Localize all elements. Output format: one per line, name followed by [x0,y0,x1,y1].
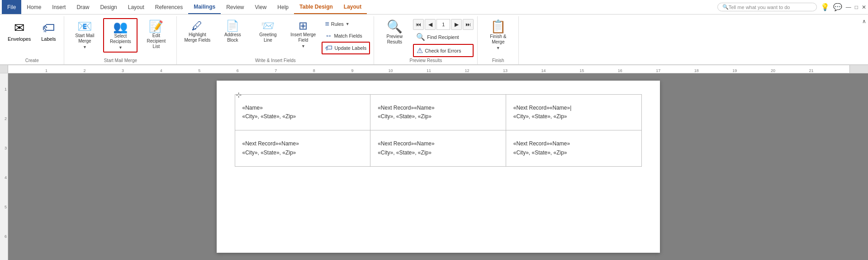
nav-next-button[interactable]: ▶ [451,19,462,30]
insert-merge-label: Insert Merge Field [289,32,317,43]
address-block-icon: 📄 [226,20,239,31]
cell-r2c2[interactable]: «Next Record»«Name» «City», «State», «Zi… [370,130,506,166]
r1c2-line1: «Next Record»«Name» [378,105,434,111]
ruler-tick-17: 17 [656,68,660,73]
address-block-button[interactable]: 📄 Address Block [216,18,249,45]
labels-button[interactable]: 🏷 Labels [37,18,60,44]
group-write-label: Write & Insert Fields [180,57,370,64]
move-cursor-icon[interactable]: ⊹ [236,91,242,99]
v-tick-2: 2 [5,116,7,121]
edit-recipient-list-button[interactable]: 📝 Edit Recipient List [139,18,173,52]
maximize-icon[interactable]: □ [855,4,858,10]
address-block-label: Address Block [219,32,246,43]
group-write-insert: 🖊 Highlight Merge Fields 📄 Address Block… [177,16,374,64]
highlight-icon: 🖊 [192,20,203,31]
tab-insert[interactable]: Insert [47,0,71,14]
doc-area: 1 2 3 4 5 6 ⊹ «Name» «City», «State», «Z… [0,73,868,260]
preview-results-button[interactable]: 🔍 Preview Results [378,18,411,47]
group-finish: 📋 Finish & Merge ▼ Finish [478,16,519,64]
cell-r1c1[interactable]: «Name» «City», «State», «Zip» [235,95,370,130]
v-tick-4: 4 [5,175,7,180]
cell-r2c1-content: «Next Record»«Name» «City», «State», «Zi… [242,140,363,157]
highlight-label: Highlight Merge Fields [184,32,211,43]
start-mail-merge-button[interactable]: 📧 Start Mail Merge ▼ [68,18,101,52]
select-recipients-button[interactable]: 👥 Select Recipients ▼ [103,18,138,53]
nav-first-button[interactable]: ⏮ [413,19,424,30]
comment-icon[interactable]: 💬 [833,3,842,11]
ruler: 123456789101112131415161718192021 [0,65,868,73]
check-for-errors-button[interactable]: ⚠ Check for Errors [413,44,474,57]
minimize-icon[interactable]: — [846,4,851,10]
ruler-tick-15: 15 [579,68,584,73]
insert-merge-icon: ⊞ [299,20,308,31]
r2c2-line2: «City», «State», «Zip» [378,149,432,156]
lightbulb-icon[interactable]: 💡 [821,3,830,11]
cell-r2c1[interactable]: «Next Record»«Name» «City», «State», «Zi… [235,130,370,166]
merge-fields-table: «Name» «City», «State», «Zip» «Next Reco… [235,94,642,167]
rules-dropdown-arrow: ▼ [346,22,350,26]
group-start-mail-merge: 📧 Start Mail Merge ▼ 👥 Select Recipients… [64,16,177,64]
cell-r1c2[interactable]: «Next Record»«Name» «City», «State», «Zi… [370,95,506,130]
ruler-tick-13: 13 [503,68,508,73]
ruler-body: 123456789101112131415161718192021 [8,65,850,73]
update-labels-button[interactable]: 🏷 Update Labels [322,42,370,54]
tab-layout[interactable]: Layout [123,0,150,14]
start-merge-icon: 📧 [77,20,92,32]
ruler-tick-4: 4 [160,68,162,73]
r2c1-line1: «Next Record»«Name» [242,140,299,147]
r2c2-line1: «Next Record»«Name» [378,140,434,147]
find-recipient-button[interactable]: 🔍 Find Recipient [413,31,474,43]
greeting-line-button[interactable]: 📨 Greeting Line [251,18,285,45]
tab-design[interactable]: Design [95,0,122,14]
ruler-tick-14: 14 [541,68,546,73]
close-icon[interactable]: ✕ [862,4,866,10]
tab-layout-right[interactable]: Layout [338,0,367,14]
search-box[interactable]: 🔍 Tell me what you want to do [717,3,817,11]
finish-merge-label: Finish & Merge [484,34,512,45]
match-fields-icon: ↔ [325,32,332,40]
finish-merge-button[interactable]: 📋 Finish & Merge ▼ [481,18,515,53]
cell-r2c3-content: «Next Record»«Name» «City», «State», «Zi… [513,140,634,157]
group-create: ✉ Envelopes 🏷 Labels Create [0,16,64,64]
tab-review[interactable]: Review [221,0,249,14]
match-fields-button[interactable]: ↔ Match Fields [322,30,370,42]
group-create-content: ✉ Envelopes 🏷 Labels [4,18,60,57]
left-vertical-ruler: 1 2 3 4 5 6 [0,73,8,260]
update-labels-icon: 🏷 [325,44,332,52]
labels-label: Labels [41,36,56,42]
ruler-tick-16: 16 [618,68,622,73]
tab-table-design[interactable]: Table Design [294,0,338,14]
ruler-tick-19: 19 [732,68,737,73]
tab-mailings[interactable]: Mailings [188,0,221,14]
finish-merge-icon: 📋 [490,20,506,33]
ruler-tick-2: 2 [84,68,86,73]
ruler-right-margin [850,65,868,73]
nav-page-input[interactable] [436,19,450,30]
nav-last-button[interactable]: ⏭ [463,19,474,30]
tab-references[interactable]: References [150,0,188,14]
envelopes-button[interactable]: ✉ Envelopes [4,18,35,44]
insert-merge-field-button[interactable]: ⊞ Insert Merge Field ▼ [286,18,320,51]
tab-view[interactable]: View [250,0,272,14]
highlight-merge-fields-button[interactable]: 🖊 Highlight Merge Fields [180,18,214,45]
r2c3-line2: «City», «State», «Zip» [513,149,567,156]
cell-r2c3[interactable]: «Next Record»«Name» «City», «State», «Zi… [506,130,641,166]
select-recipients-icon: 👥 [113,21,128,33]
match-fields-label: Match Fields [334,33,362,39]
tab-home[interactable]: Home [21,0,47,14]
envelopes-label: Envelopes [8,36,31,42]
tab-draw[interactable]: Draw [71,0,95,14]
ribbon-collapse-arrow[interactable]: ∧ [862,18,866,24]
nav-prev-button[interactable]: ◀ [425,19,436,30]
v-tick-1: 1 [5,87,7,91]
tab-file[interactable]: File [2,0,21,14]
preview-results-icon: 🔍 [387,20,403,33]
ruler-tick-3: 3 [122,68,124,73]
tab-help[interactable]: Help [272,0,294,14]
select-recipients-label: Select Recipients [107,34,134,44]
greeting-label: Greeting Line [254,32,281,43]
rules-button[interactable]: ≡ Rules ▼ [322,18,370,30]
ruler-tick-6: 6 [237,68,239,73]
check-errors-label: Check for Errors [425,48,461,53]
cell-r1c3[interactable]: «Next Record»«Name»| «City», «State», «Z… [506,95,641,130]
